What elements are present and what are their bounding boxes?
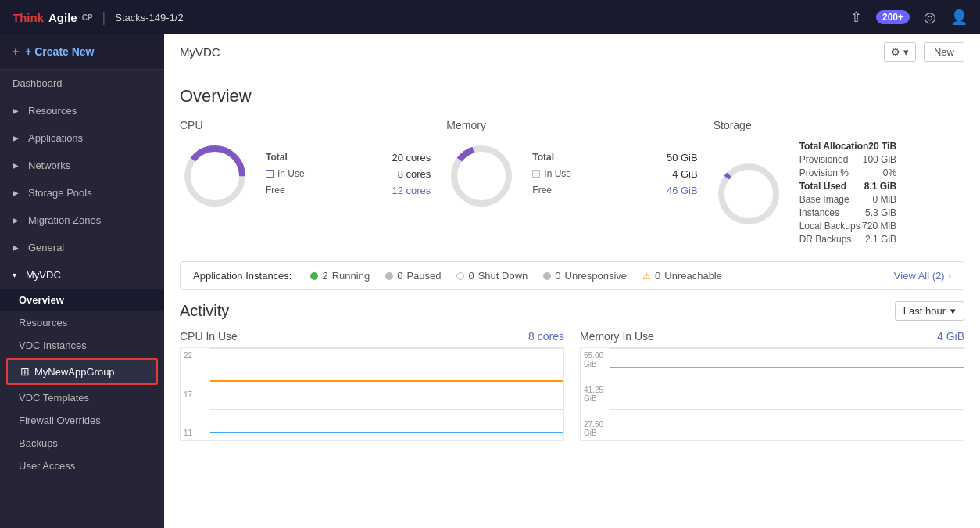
cpu-chart-label: CPU In Use — [180, 330, 238, 343]
cpu-chart-value: 8 cores — [528, 330, 564, 343]
sidebar-item-storage-pools[interactable]: ▶ Storage Pools — [0, 179, 164, 207]
cpu-title: CPU — [180, 119, 431, 131]
memory-metric: Memory Total — [446, 119, 697, 247]
cpu-free-value: 12 cores — [392, 185, 431, 196]
chevron-right-icon: ▶ — [13, 216, 19, 224]
sidebar-sub-firewall-overrides[interactable]: Firewall Overrides — [0, 409, 164, 432]
unreachable-label: Unreachable — [664, 270, 722, 282]
chevron-down-icon: ▾ — [13, 271, 16, 279]
mem-total-label: Total — [532, 152, 554, 163]
shutdown-instances: 0 Shut Down — [456, 270, 528, 282]
sidebar-item-networks[interactable]: ▶ Networks — [0, 152, 164, 179]
cpu-free-label: Free — [266, 185, 285, 196]
memory-chart-area: 55.00 GiB 41.25 GiB 27.50 GiB — [580, 347, 964, 441]
sidebar-sub-overview[interactable]: Overview — [0, 289, 164, 311]
cpu-chart-area: 22 17 11 — [180, 347, 564, 441]
sidebar-sub-resources[interactable]: Resources — [0, 311, 164, 334]
cpu-chart: CPU In Use 8 cores 22 17 11 — [180, 330, 564, 441]
notification-badge[interactable]: 200+ — [876, 10, 910, 24]
shutdown-label: Shut Down — [478, 270, 528, 282]
sidebar-item-migration-zones[interactable]: ▶ Migration Zones — [0, 207, 164, 234]
memory-y-labels: 55.00 GiB 41.25 GiB 27.50 GiB — [581, 348, 610, 440]
sidebar-item-dashboard[interactable]: Dashboard — [0, 70, 164, 97]
create-new-button[interactable]: + + Create New — [0, 34, 164, 70]
memory-title: Memory — [446, 119, 697, 131]
sidebar-sub-vdc-templates[interactable]: VDC Templates — [0, 386, 164, 409]
chevron-right-icon: ▶ — [13, 134, 19, 142]
gear-icon: ⚙ — [891, 46, 900, 58]
storage-details: Total Allocation20 TiB Provisioned100 Gi… — [799, 141, 896, 247]
mem-total-value: 50 GiB — [667, 152, 698, 163]
cpu-donut — [180, 141, 250, 211]
nav-divider: | — [102, 9, 106, 26]
overview-title: Overview — [180, 86, 964, 106]
activity-section: Activity Last hour ▾ CPU In Use 8 cores … — [164, 290, 980, 528]
brand-logo: ThinkAgile CP — [13, 11, 93, 24]
running-instances: 2 Running — [310, 270, 370, 282]
sidebar-item-label: Applications — [28, 132, 83, 144]
cpu-orange-line — [210, 380, 563, 382]
sidebar-item-label: Migration Zones — [28, 214, 101, 226]
overview-section: Overview CPU — [164, 70, 980, 255]
time-selector[interactable]: Last hour ▾ — [895, 301, 964, 321]
cpu-chart-header: CPU In Use 8 cores — [180, 330, 564, 343]
instances-bar: Application Instances: 2 Running 0 Pause… — [180, 261, 964, 290]
top-navigation: ThinkAgile CP | Stacks-149-1/2 ⇧ 200+ ◎ … — [0, 0, 980, 34]
mem-inuse-label: In Use — [532, 168, 571, 180]
shutdown-dot — [456, 272, 464, 280]
cpu-blue-line — [210, 432, 563, 433]
page-header-actions: ⚙ ▾ New — [884, 42, 964, 62]
memory-chart-inner — [610, 348, 964, 440]
mem-free-value: 46 GiB — [667, 185, 698, 196]
chevron-right-icon: ▶ — [13, 243, 19, 252]
settings-button[interactable]: ⚙ ▾ — [884, 42, 916, 62]
main-content: MyVDC ⚙ ▾ New Overview CPU — [164, 34, 980, 528]
instances-label: Application Instances: — [193, 270, 291, 282]
brand-think: Think — [13, 11, 44, 24]
memory-orange-line — [610, 367, 964, 368]
sidebar-item-applications[interactable]: ▶ Applications — [0, 124, 164, 152]
user-icon[interactable]: 👤 — [950, 9, 967, 26]
memory-chart-label: Memory In Use — [580, 330, 654, 343]
globe-icon[interactable]: ◎ — [924, 9, 936, 26]
running-dot — [310, 272, 318, 280]
cpu-total-value: 20 cores — [392, 152, 431, 163]
sidebar-item-general[interactable]: ▶ General — [0, 234, 164, 261]
sidebar-sub-vdc-instances[interactable]: VDC Instances — [0, 334, 164, 357]
metrics-row: CPU Total — [180, 119, 964, 247]
paused-label: Paused — [406, 270, 441, 282]
sidebar-item-resources[interactable]: ▶ Resources — [0, 97, 164, 124]
view-all-button[interactable]: View All (2) › — [894, 270, 951, 282]
paused-count: 0 — [397, 270, 402, 282]
unresponsive-count: 0 — [555, 270, 560, 282]
sidebar-sub-backups[interactable]: Backups — [0, 432, 164, 454]
unresponsive-label: Unresponsive — [565, 270, 628, 282]
running-label: Running — [332, 270, 370, 282]
sidebar-item-label: MyVDC — [26, 269, 61, 281]
upload-icon[interactable]: ⇧ — [850, 9, 862, 26]
cpu-y-labels: 22 17 11 — [181, 348, 210, 440]
cpu-inuse-value: 8 cores — [398, 168, 431, 180]
activity-header: Activity Last hour ▾ — [180, 301, 964, 321]
unreachable-count: 0 — [655, 270, 660, 282]
sidebar-sub-mynewappgroup[interactable]: ⊞ MyNewAppGroup — [6, 358, 158, 385]
cpu-total-label: Total — [266, 152, 288, 163]
new-button[interactable]: New — [924, 42, 964, 62]
chevron-down-icon: ▾ — [950, 305, 956, 317]
sidebar-item-myvdc[interactable]: ▾ MyVDC — [0, 261, 164, 289]
mem-inuse-value: 4 GiB — [672, 168, 698, 180]
unresponsive-instances: 0 Unresponsive — [543, 270, 627, 282]
memory-chart-value: 4 GiB — [937, 330, 964, 343]
shutdown-count: 0 — [468, 270, 474, 282]
storage-donut — [714, 159, 784, 229]
sidebar-sub-user-access[interactable]: User Access — [0, 454, 164, 477]
sidebar-item-label: Resources — [28, 105, 77, 117]
running-count: 2 — [322, 270, 327, 282]
sidebar-item-label: Networks — [28, 160, 70, 171]
page-header: MyVDC ⚙ ▾ New — [164, 34, 980, 70]
cpu-metric: CPU Total — [180, 119, 431, 247]
unreachable-instances: ⚠ 0 Unreachable — [642, 270, 722, 282]
storage-title: Storage — [714, 119, 964, 131]
sidebar-item-label: Storage Pools — [28, 187, 92, 199]
sidebar-item-label: Dashboard — [13, 77, 63, 89]
